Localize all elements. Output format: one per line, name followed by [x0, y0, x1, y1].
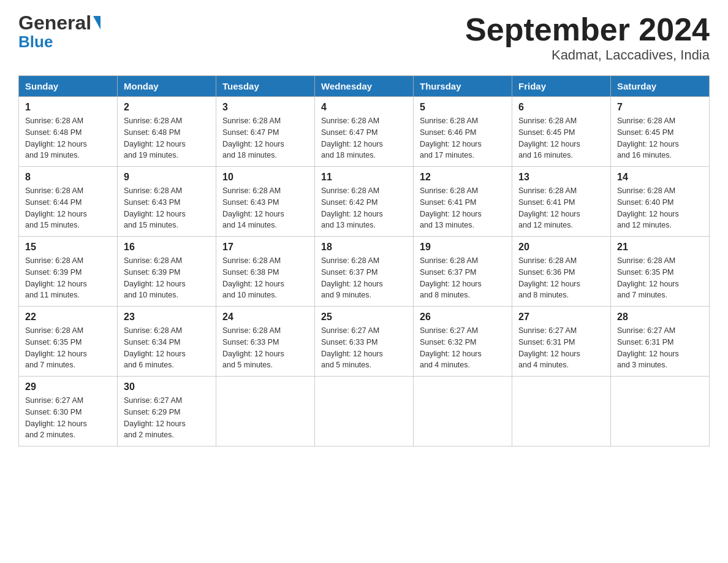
day-number: 4	[321, 102, 407, 113]
day-number: 8	[25, 172, 111, 183]
calendar-day-cell	[216, 377, 315, 446]
day-info: Sunrise: 6:28 AMSunset: 6:33 PMDaylight:…	[222, 325, 308, 371]
calendar-day-cell: 12Sunrise: 6:28 AMSunset: 6:41 PMDayligh…	[414, 167, 512, 237]
calendar-day-cell: 2Sunrise: 6:28 AMSunset: 6:48 PMDaylight…	[118, 97, 216, 167]
page-subtitle: Kadmat, Laccadives, India	[465, 47, 710, 63]
day-number: 7	[617, 102, 703, 113]
day-info: Sunrise: 6:28 AMSunset: 6:42 PMDaylight:…	[321, 185, 407, 231]
day-number: 24	[222, 312, 308, 323]
calendar-day-cell	[414, 377, 512, 446]
day-info: Sunrise: 6:28 AMSunset: 6:45 PMDaylight:…	[518, 115, 604, 161]
calendar-day-cell: 29Sunrise: 6:27 AMSunset: 6:30 PMDayligh…	[19, 377, 118, 446]
day-number: 2	[124, 102, 210, 113]
day-info: Sunrise: 6:27 AMSunset: 6:33 PMDaylight:…	[321, 325, 407, 371]
day-number: 3	[222, 102, 308, 113]
col-saturday: Saturday	[611, 76, 710, 97]
calendar-day-cell: 27Sunrise: 6:27 AMSunset: 6:31 PMDayligh…	[512, 307, 611, 377]
calendar-day-cell: 15Sunrise: 6:28 AMSunset: 6:39 PMDayligh…	[19, 237, 118, 307]
calendar-day-cell: 3Sunrise: 6:28 AMSunset: 6:47 PMDaylight…	[216, 97, 315, 167]
day-number: 23	[124, 312, 210, 323]
calendar-day-cell: 5Sunrise: 6:28 AMSunset: 6:46 PMDaylight…	[414, 97, 512, 167]
col-sunday: Sunday	[19, 76, 118, 97]
title-block: September 2024 Kadmat, Laccadives, India	[465, 12, 710, 63]
day-info: Sunrise: 6:27 AMSunset: 6:31 PMDaylight:…	[617, 325, 703, 371]
calendar-day-cell	[512, 377, 611, 446]
day-number: 30	[124, 381, 210, 393]
day-number: 6	[518, 102, 604, 113]
calendar-day-cell: 25Sunrise: 6:27 AMSunset: 6:33 PMDayligh…	[315, 307, 414, 377]
day-number: 29	[25, 381, 111, 393]
day-number: 9	[124, 172, 210, 183]
day-number: 15	[25, 242, 111, 253]
day-number: 26	[420, 312, 506, 323]
calendar-day-cell: 18Sunrise: 6:28 AMSunset: 6:37 PMDayligh…	[315, 237, 414, 307]
calendar-day-cell: 23Sunrise: 6:28 AMSunset: 6:34 PMDayligh…	[118, 307, 216, 377]
day-info: Sunrise: 6:28 AMSunset: 6:48 PMDaylight:…	[124, 115, 210, 161]
calendar-day-cell: 13Sunrise: 6:28 AMSunset: 6:41 PMDayligh…	[512, 167, 611, 237]
day-info: Sunrise: 6:28 AMSunset: 6:45 PMDaylight:…	[617, 115, 703, 161]
calendar-day-cell: 20Sunrise: 6:28 AMSunset: 6:36 PMDayligh…	[512, 237, 611, 307]
day-number: 18	[321, 242, 407, 253]
col-monday: Monday	[118, 76, 216, 97]
logo: General Blue	[18, 12, 100, 50]
day-info: Sunrise: 6:28 AMSunset: 6:41 PMDaylight:…	[518, 185, 604, 231]
day-info: Sunrise: 6:28 AMSunset: 6:40 PMDaylight:…	[617, 185, 703, 231]
col-wednesday: Wednesday	[315, 76, 414, 97]
calendar-week-row: 22Sunrise: 6:28 AMSunset: 6:35 PMDayligh…	[19, 307, 710, 377]
day-number: 5	[420, 102, 506, 113]
day-number: 28	[617, 312, 703, 323]
day-info: Sunrise: 6:28 AMSunset: 6:41 PMDaylight:…	[420, 185, 506, 231]
calendar-day-cell: 19Sunrise: 6:28 AMSunset: 6:37 PMDayligh…	[414, 237, 512, 307]
day-info: Sunrise: 6:28 AMSunset: 6:35 PMDaylight:…	[25, 325, 111, 371]
day-number: 14	[617, 172, 703, 183]
calendar-day-cell: 24Sunrise: 6:28 AMSunset: 6:33 PMDayligh…	[216, 307, 315, 377]
day-info: Sunrise: 6:28 AMSunset: 6:43 PMDaylight:…	[124, 185, 210, 231]
day-info: Sunrise: 6:28 AMSunset: 6:39 PMDaylight:…	[25, 255, 111, 301]
day-number: 16	[124, 242, 210, 253]
page-header: General Blue September 2024 Kadmat, Lacc…	[18, 12, 710, 63]
day-info: Sunrise: 6:28 AMSunset: 6:48 PMDaylight:…	[25, 115, 111, 161]
calendar-day-cell: 22Sunrise: 6:28 AMSunset: 6:35 PMDayligh…	[19, 307, 118, 377]
day-number: 22	[25, 312, 111, 323]
day-number: 27	[518, 312, 604, 323]
logo-blue: Blue	[18, 34, 53, 50]
calendar-week-row: 8Sunrise: 6:28 AMSunset: 6:44 PMDaylight…	[19, 167, 710, 237]
calendar-day-cell: 4Sunrise: 6:28 AMSunset: 6:47 PMDaylight…	[315, 97, 414, 167]
day-info: Sunrise: 6:28 AMSunset: 6:47 PMDaylight:…	[222, 115, 308, 161]
calendar-day-cell: 14Sunrise: 6:28 AMSunset: 6:40 PMDayligh…	[611, 167, 710, 237]
calendar-table: Sunday Monday Tuesday Wednesday Thursday…	[18, 75, 710, 446]
page-title: September 2024	[465, 12, 710, 47]
day-info: Sunrise: 6:28 AMSunset: 6:37 PMDaylight:…	[321, 255, 407, 301]
day-info: Sunrise: 6:28 AMSunset: 6:46 PMDaylight:…	[420, 115, 506, 161]
calendar-day-cell: 6Sunrise: 6:28 AMSunset: 6:45 PMDaylight…	[512, 97, 611, 167]
day-number: 1	[25, 102, 111, 113]
day-number: 11	[321, 172, 407, 183]
calendar-week-row: 1Sunrise: 6:28 AMSunset: 6:48 PMDaylight…	[19, 97, 710, 167]
col-friday: Friday	[512, 76, 611, 97]
day-info: Sunrise: 6:28 AMSunset: 6:34 PMDaylight:…	[124, 325, 210, 371]
calendar-week-row: 29Sunrise: 6:27 AMSunset: 6:30 PMDayligh…	[19, 377, 710, 446]
calendar-day-cell: 1Sunrise: 6:28 AMSunset: 6:48 PMDaylight…	[19, 97, 118, 167]
calendar-header-row: Sunday Monday Tuesday Wednesday Thursday…	[19, 76, 710, 97]
day-number: 25	[321, 312, 407, 323]
calendar-day-cell: 28Sunrise: 6:27 AMSunset: 6:31 PMDayligh…	[611, 307, 710, 377]
col-thursday: Thursday	[414, 76, 512, 97]
day-info: Sunrise: 6:28 AMSunset: 6:38 PMDaylight:…	[222, 255, 308, 301]
calendar-day-cell: 30Sunrise: 6:27 AMSunset: 6:29 PMDayligh…	[118, 377, 216, 446]
logo-general: General	[18, 12, 91, 34]
calendar-day-cell	[611, 377, 710, 446]
calendar-day-cell: 21Sunrise: 6:28 AMSunset: 6:35 PMDayligh…	[611, 237, 710, 307]
day-number: 20	[518, 242, 604, 253]
calendar-day-cell: 11Sunrise: 6:28 AMSunset: 6:42 PMDayligh…	[315, 167, 414, 237]
day-number: 21	[617, 242, 703, 253]
logo-triangle-icon	[93, 16, 100, 29]
calendar-day-cell	[315, 377, 414, 446]
day-number: 10	[222, 172, 308, 183]
day-info: Sunrise: 6:27 AMSunset: 6:29 PMDaylight:…	[124, 395, 210, 441]
day-number: 17	[222, 242, 308, 253]
day-info: Sunrise: 6:28 AMSunset: 6:44 PMDaylight:…	[25, 185, 111, 231]
day-info: Sunrise: 6:28 AMSunset: 6:37 PMDaylight:…	[420, 255, 506, 301]
calendar-day-cell: 26Sunrise: 6:27 AMSunset: 6:32 PMDayligh…	[414, 307, 512, 377]
calendar-week-row: 15Sunrise: 6:28 AMSunset: 6:39 PMDayligh…	[19, 237, 710, 307]
day-number: 19	[420, 242, 506, 253]
